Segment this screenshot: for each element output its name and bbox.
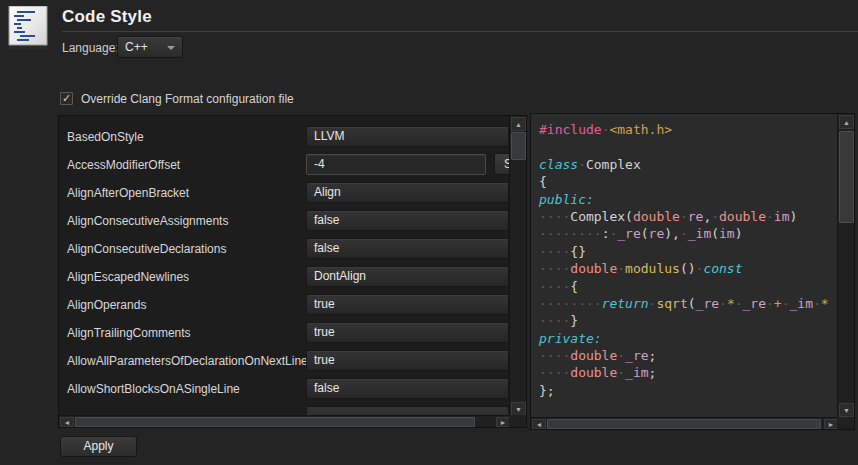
scroll-up-icon[interactable]: ▲ — [511, 117, 526, 131]
setting-label: AlignConsecutiveDeclarations — [67, 235, 226, 263]
setting-value-input[interactable]: -4 — [306, 154, 486, 175]
setting-row: AllowAllParametersOfDeclarationOnNextLin… — [59, 347, 510, 375]
code-token-pp: #include — [539, 122, 602, 137]
setting-row: AllowShortBlocksOnASingleLinefalse — [59, 375, 510, 403]
code-style-icon — [8, 6, 48, 49]
language-combobox[interactable]: C++ — [117, 36, 183, 58]
scroll-left-icon[interactable]: ◄ — [60, 417, 74, 427]
code-line: }; — [539, 382, 838, 399]
setting-value-combobox[interactable]: true — [306, 322, 509, 343]
code-token-ws: ········ — [539, 226, 602, 241]
code-line: ····double·modulus()·const — [539, 260, 838, 277]
code-line: ········:·_re(re),·_im(im) — [539, 225, 838, 242]
override-clang-format-row: ✓ Override Clang Format configuration fi… — [60, 91, 294, 106]
code-preview-editor[interactable]: #include·<math.h>class·Complex{public:··… — [531, 114, 838, 418]
code-token-kw: const — [703, 261, 742, 276]
scroll-left-icon[interactable]: ◄ — [532, 419, 546, 429]
code-token-txt: Complex( — [570, 209, 633, 224]
setting-value-combobox[interactable]: Align — [306, 182, 509, 203]
code-token-type: double — [570, 261, 617, 276]
code-token-ws: · — [735, 296, 743, 311]
code-token-txt: ( — [711, 226, 719, 241]
code-token-txt: () — [680, 261, 696, 276]
code-token-field: _im — [790, 296, 813, 311]
set-button[interactable]: Set — [494, 153, 510, 175]
setting-row: AlignEscapedNewlinesDontAlign — [59, 263, 510, 291]
code-token-txt: ) — [735, 226, 743, 241]
setting-label: AlignEscapedNewlines — [67, 263, 189, 291]
setting-row: AlignConsecutiveAssignmentsfalse — [59, 207, 510, 235]
override-checkbox-label: Override Clang Format configuration file — [81, 92, 294, 106]
code-token-op: * — [727, 296, 735, 311]
setting-value-combobox[interactable]: LLVM — [306, 126, 509, 147]
code-token-ws: · — [766, 209, 774, 224]
setting-label: AccessModifierOffset — [67, 151, 180, 179]
setting-row: AccessModifierOffset-4Set — [59, 151, 510, 179]
table-vscroll-thumb[interactable] — [511, 132, 526, 160]
code-token-txt: { — [570, 279, 578, 294]
table-hscroll-thumb[interactable] — [75, 417, 475, 427]
preview-hscroll-thumb[interactable] — [547, 419, 821, 429]
setting-row: AlignOperandstrue — [59, 291, 510, 319]
code-style-settings-page: Code Style Language: C++ ✓ Override Clan… — [0, 0, 858, 465]
code-token-ws: · — [711, 209, 719, 224]
code-token-ws: · — [617, 261, 625, 276]
scroll-right-icon[interactable]: ► — [496, 417, 510, 427]
apply-button[interactable]: Apply — [60, 436, 137, 457]
table-vertical-scrollbar[interactable]: ▲ ▼ — [509, 116, 526, 417]
code-token-field: _re — [625, 348, 648, 363]
code-token-op: + — [774, 296, 782, 311]
scroll-down-icon[interactable]: ▼ — [839, 403, 854, 417]
scroll-right-icon[interactable]: ► — [824, 419, 838, 429]
code-token-ws: ···· — [539, 244, 570, 259]
setting-row: BasedOnStyleLLVM — [59, 123, 510, 151]
code-token-str: <math.h> — [609, 122, 672, 137]
scroll-up-icon[interactable]: ▲ — [839, 115, 854, 129]
code-token-txt: {} — [570, 244, 586, 259]
setting-label: AlignTrailingComments — [67, 319, 191, 347]
preview-vscroll-thumb[interactable] — [839, 131, 854, 223]
code-token-fn: modulus — [625, 261, 680, 276]
code-token-kw: private: — [539, 331, 602, 346]
code-token-ws: · — [782, 296, 790, 311]
code-token-txt: ; — [649, 348, 657, 363]
preview-horizontal-scrollbar[interactable]: ◄ ► — [531, 417, 839, 429]
setting-value-combobox[interactable]: true — [306, 350, 509, 371]
setting-label: AllowShortBlocksOnASingleLine — [67, 375, 240, 403]
code-token-type: double — [570, 348, 617, 363]
preview-vertical-scrollbar[interactable]: ▲ ▼ — [837, 114, 854, 418]
setting-row: AlignTrailingCommentstrue — [59, 319, 510, 347]
setting-label: AlignConsecutiveAssignments — [67, 207, 228, 235]
setting-value-combobox[interactable]: false — [306, 210, 509, 231]
preview-scrollbar-corner — [837, 417, 854, 429]
code-token-param: re — [688, 209, 704, 224]
code-token-ws: ···· — [539, 348, 570, 363]
setting-label: AlignOperands — [67, 291, 146, 319]
setting-value-combobox[interactable]: DontAlign — [306, 266, 509, 287]
code-token-ws: · — [680, 209, 688, 224]
setting-value-combobox[interactable]: false — [306, 238, 509, 259]
code-token-txt: ( — [641, 226, 649, 241]
setting-value-combobox[interactable]: true — [306, 294, 509, 315]
code-token-ws: ···· — [539, 209, 570, 224]
override-checkbox[interactable]: ✓ — [60, 92, 73, 105]
table-scrollbar-corner — [509, 415, 526, 427]
code-token-ws: ···· — [539, 365, 570, 380]
scroll-down-icon[interactable]: ▼ — [511, 402, 526, 416]
code-line: ····double·_re; — [539, 347, 838, 364]
code-token-ws: · — [680, 226, 688, 241]
clang-format-settings-table: BasedOnStyleLLVMAccessModifierOffset-4Se… — [58, 115, 527, 428]
code-token-param: re — [649, 226, 665, 241]
setting-label: AllowAllParametersOfDeclarationOnNextLin… — [67, 347, 308, 375]
code-token-txt: }; — [539, 383, 555, 398]
code-token-field: _re — [696, 296, 719, 311]
language-value: C++ — [125, 40, 148, 54]
table-horizontal-scrollbar[interactable]: ◄ ► — [59, 415, 511, 427]
code-token-type: double — [570, 365, 617, 380]
setting-value-combobox[interactable]: false — [306, 378, 509, 399]
code-line: #include·<math.h> — [539, 121, 838, 138]
setting-row: AlignConsecutiveDeclarationsfalse — [59, 235, 510, 263]
code-token-txt: ), — [664, 226, 680, 241]
code-token-param: im — [774, 209, 790, 224]
code-token-txt: ; — [649, 365, 657, 380]
